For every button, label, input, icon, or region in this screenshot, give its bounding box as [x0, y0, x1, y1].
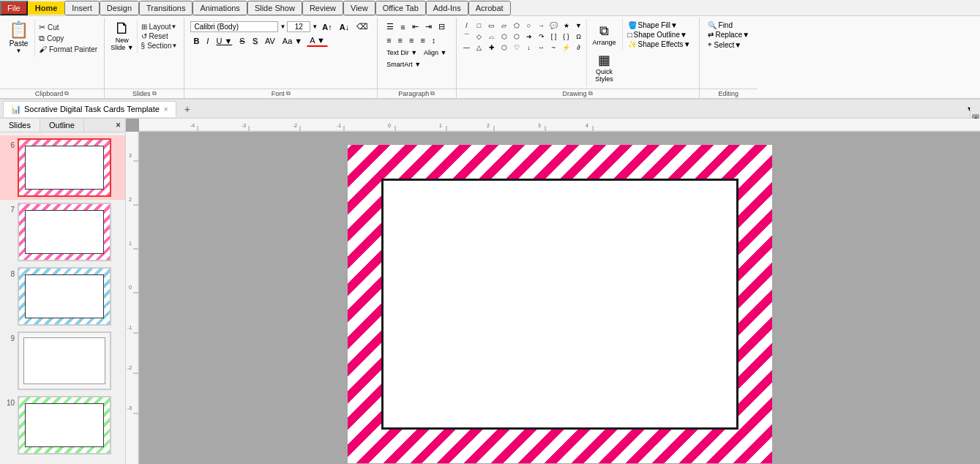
- slide-thumb-row-8[interactable]: 8: [0, 264, 125, 329]
- decrease-font-button[interactable]: A↓: [337, 21, 352, 33]
- new-slide-button[interactable]: 🗋 New Slide ▼: [108, 19, 137, 53]
- font-expand-icon[interactable]: ⧉: [286, 90, 291, 97]
- slide-thumb-6[interactable]: [18, 138, 111, 197]
- quick-styles-button[interactable]: ▦ Quick Styles: [592, 49, 616, 86]
- partial-shape[interactable]: ∂: [573, 42, 585, 53]
- sidebar-tab-slides[interactable]: Slides: [0, 119, 40, 132]
- shape-outline-button[interactable]: □ Shape Outline ▼: [626, 30, 693, 40]
- menu-review[interactable]: Review: [302, 1, 343, 15]
- font-name-dropdown[interactable]: ▼: [280, 23, 285, 30]
- sidebar-tab-outline[interactable]: Outline: [40, 119, 84, 132]
- paragraph-footer[interactable]: Paragraph ⧉: [378, 89, 455, 98]
- slide-thumb-row-6[interactable]: 6: [0, 135, 125, 200]
- menu-acrobat[interactable]: Acrobat: [468, 1, 511, 15]
- find-button[interactable]: 🔍 Find: [706, 20, 752, 30]
- bold-button[interactable]: B: [190, 35, 202, 47]
- font-color-button[interactable]: A ▼: [307, 34, 328, 47]
- decrease-indent-button[interactable]: ⇤: [409, 20, 422, 33]
- numbering-button[interactable]: ≡: [397, 21, 408, 33]
- slide-thumb-7[interactable]: [18, 203, 111, 261]
- sidebar-close-button[interactable]: ×: [111, 119, 125, 132]
- font-size-input[interactable]: [287, 21, 310, 32]
- slide-thumb-row-10[interactable]: 10: [0, 393, 125, 457]
- menu-view[interactable]: View: [343, 1, 375, 15]
- justify-button[interactable]: ≡: [417, 34, 427, 46]
- layout-button[interactable]: ⊞ Layout ▼: [139, 22, 180, 31]
- menu-slideshow[interactable]: Slide Show: [247, 1, 302, 15]
- editing-footer[interactable]: Editing: [700, 89, 758, 98]
- new-tab-button[interactable]: +: [178, 101, 197, 117]
- italic-button[interactable]: I: [203, 35, 212, 47]
- menu-file[interactable]: File: [0, 1, 28, 15]
- wave-shape[interactable]: ~: [548, 42, 560, 53]
- oval-shape[interactable]: ○: [523, 20, 535, 31]
- shape-effects-button[interactable]: ✨ Shape Effects ▼: [626, 40, 693, 49]
- menu-insert[interactable]: Insert: [64, 1, 100, 15]
- document-tab[interactable]: 📊 Socrative Digital Task Cards Template …: [3, 101, 176, 117]
- clipboard-footer[interactable]: Clipboard ⧉: [0, 89, 104, 98]
- char-spacing-button[interactable]: AV: [262, 35, 278, 47]
- diamond-shape[interactable]: ◇: [474, 31, 485, 42]
- left-right-arrow[interactable]: ↔: [536, 42, 547, 53]
- lightning-shape[interactable]: ⚡: [561, 42, 572, 53]
- cube-shape[interactable]: ⬡: [511, 31, 523, 42]
- increase-indent-button[interactable]: ⇥: [422, 20, 435, 33]
- line-spacing-button[interactable]: ↕: [429, 34, 439, 46]
- pentagon-shape[interactable]: ⬠: [511, 20, 523, 31]
- shape-fill-button[interactable]: 🪣 Shape Fill ▼: [626, 20, 693, 30]
- more-shapes[interactable]: ▼: [573, 20, 585, 31]
- slide-thumb-9[interactable]: [18, 332, 111, 390]
- align-center-button[interactable]: ≡: [395, 34, 405, 46]
- replace-button[interactable]: ⇄ Replace ▼: [706, 30, 752, 40]
- format-painter-button[interactable]: 🖌 Format Painter: [37, 44, 100, 54]
- menu-officetab[interactable]: Office Tab: [375, 1, 426, 15]
- text-direction-button[interactable]: Text Dir ▼: [384, 48, 420, 58]
- slide-thumb-8[interactable]: [18, 267, 111, 326]
- star-shape[interactable]: ★: [561, 20, 572, 31]
- slide-canvas[interactable]: [139, 132, 980, 464]
- bracket-shape[interactable]: [ ]: [548, 31, 560, 42]
- heart-shape[interactable]: ♡: [511, 42, 523, 53]
- columns-button[interactable]: ⊟: [435, 20, 448, 33]
- font-name-input[interactable]: [190, 21, 278, 32]
- omega-shape[interactable]: Ω: [573, 31, 585, 42]
- paragraph-expand-icon[interactable]: ⧉: [430, 90, 435, 97]
- reset-button[interactable]: ↺ Reset: [139, 31, 180, 41]
- menu-design[interactable]: Design: [100, 1, 139, 15]
- font-footer[interactable]: Font ⧉: [184, 89, 377, 98]
- strikethrough-button[interactable]: S: [236, 35, 247, 47]
- rounded-rect-shape[interactable]: ▭: [486, 20, 498, 31]
- triangle-shape[interactable]: △: [474, 42, 485, 53]
- underline-button[interactable]: U ▼: [213, 35, 235, 47]
- drawing-footer[interactable]: Drawing ⧉: [457, 89, 699, 98]
- slide-thumb-row-9[interactable]: 9: [0, 329, 125, 393]
- arrange-button[interactable]: ⧉ Arrange: [590, 20, 619, 49]
- callout-shape[interactable]: 💬: [548, 20, 560, 31]
- paste-dropdown-icon[interactable]: ▼: [16, 48, 22, 54]
- document-tab-close[interactable]: ×: [164, 105, 168, 113]
- down-arrow-shape[interactable]: ↓: [523, 42, 535, 53]
- increase-font-button[interactable]: A↑: [319, 21, 334, 33]
- menu-home[interactable]: Home: [28, 1, 65, 15]
- bullets-button[interactable]: ☰: [384, 20, 397, 33]
- cut-button[interactable]: ✂ Cut: [37, 22, 100, 33]
- slide-thumb-10[interactable]: [18, 396, 111, 454]
- curved-arrow[interactable]: ↷: [536, 31, 547, 42]
- copy-button[interactable]: ⧉ Copy: [37, 33, 100, 44]
- brace-shape[interactable]: { }: [561, 31, 572, 42]
- arc-shape[interactable]: ⌒: [461, 31, 473, 42]
- align-right-button[interactable]: ≡: [406, 34, 416, 46]
- clear-format-button[interactable]: ⌫: [354, 20, 371, 33]
- trapezoid-shape[interactable]: ⌓: [486, 31, 498, 42]
- paste-button[interactable]: 📋 Paste ▼: [3, 19, 35, 57]
- cross-shape[interactable]: ✚: [486, 42, 498, 53]
- drawing-expand-icon[interactable]: ⧉: [588, 90, 593, 97]
- clipboard-expand-icon[interactable]: ⧉: [64, 90, 69, 97]
- connector-shape[interactable]: —: [461, 42, 473, 53]
- parallelogram-shape[interactable]: ▱: [498, 20, 510, 31]
- right-arrow-shape[interactable]: →: [536, 20, 547, 31]
- align-text-button[interactable]: Align ▼: [421, 48, 449, 58]
- font-size-dropdown[interactable]: ▼: [312, 23, 318, 30]
- slide-thumb-row-7[interactable]: 7: [0, 200, 125, 264]
- line-shape[interactable]: /: [461, 20, 473, 31]
